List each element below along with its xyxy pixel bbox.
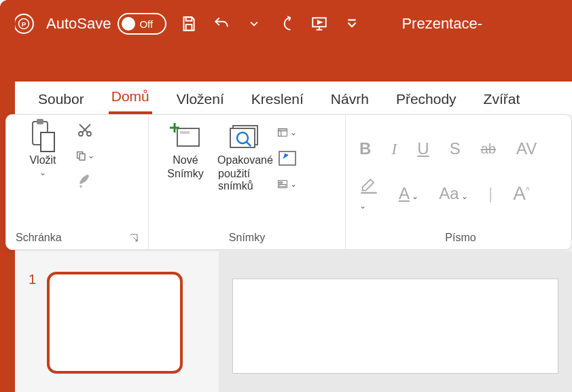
ribbon: Vložit ⌄ ⌄ Schránka Nové Snímky — [5, 114, 572, 250]
tab-home[interactable]: Domů — [109, 82, 152, 114]
highlight-button[interactable]: ⌄ — [359, 175, 378, 213]
section-icon[interactable]: ⌄ — [278, 175, 297, 194]
save-icon[interactable] — [179, 14, 199, 34]
svg-rect-3 — [186, 24, 192, 31]
layout-icon[interactable]: ⌄ — [278, 123, 297, 142]
qat-overflow-icon[interactable] — [342, 14, 362, 34]
svg-rect-20 — [279, 152, 296, 165]
svg-text:P: P — [22, 20, 26, 28]
increase-font-button[interactable]: A^ — [513, 183, 529, 204]
tab-insert[interactable]: Vložení — [174, 84, 227, 114]
paste-button[interactable]: Vložit ⌄ — [16, 120, 70, 177]
ribbon-tabs: Soubor Domů Vložení Kreslení Návrh Přech… — [15, 82, 572, 114]
autosave-toggle[interactable]: Off — [118, 13, 166, 35]
change-case-button[interactable]: Aa ⌄ — [439, 184, 468, 203]
tab-file[interactable]: Soubor — [35, 84, 87, 114]
group-label-clipboard: Schránka — [16, 232, 62, 244]
font-color-button[interactable]: A ⌄ — [399, 184, 418, 203]
underline-button[interactable]: U — [417, 139, 429, 158]
svg-rect-24 — [361, 192, 376, 194]
undo-dropdown-icon[interactable] — [244, 14, 264, 34]
svg-rect-13 — [180, 131, 190, 134]
tab-animations[interactable]: Zvířat — [481, 84, 523, 114]
undo-icon[interactable] — [211, 14, 232, 34]
svg-rect-6 — [37, 119, 43, 124]
svg-rect-7 — [41, 132, 54, 152]
autosave-label: AutoSave — [46, 15, 111, 33]
reuse-slides-icon — [229, 120, 262, 153]
document-title: Prezentace- — [401, 15, 482, 33]
svg-rect-22 — [279, 182, 282, 183]
svg-rect-12 — [177, 128, 199, 146]
autosave-state: Off — [139, 18, 153, 30]
slide-thumbnails: 1 — [15, 251, 219, 392]
reuse-slides-button[interactable]: Opakované použití snímků — [218, 120, 272, 192]
tab-design[interactable]: Návrh — [328, 84, 372, 114]
cut-icon[interactable] — [75, 120, 94, 139]
dialog-launcher-icon[interactable] — [129, 233, 139, 243]
svg-rect-18 — [279, 129, 287, 131]
svg-rect-19 — [279, 131, 281, 137]
group-label-font: Písmo — [445, 232, 476, 244]
current-slide[interactable] — [232, 279, 558, 374]
redo-icon[interactable] — [276, 14, 297, 34]
char-spacing-button[interactable]: AV — [516, 139, 537, 158]
svg-rect-2 — [186, 17, 192, 20]
shadow-button[interactable]: S — [450, 139, 461, 158]
reset-icon[interactable] — [278, 149, 297, 168]
slide-thumbnail-1[interactable] — [47, 272, 183, 374]
svg-rect-15 — [230, 128, 255, 147]
copy-icon[interactable]: ⌄ — [75, 146, 94, 165]
strike-button[interactable]: ab — [481, 141, 496, 157]
tab-draw[interactable]: Kreslení — [249, 84, 306, 114]
italic-button[interactable]: I — [391, 140, 397, 158]
new-slide-button[interactable]: Nové Snímky — [158, 120, 213, 180]
format-painter-icon[interactable] — [75, 172, 94, 191]
thumb-index: 1 — [29, 272, 36, 372]
svg-rect-11 — [79, 154, 85, 160]
tab-transitions[interactable]: Přechody — [393, 84, 459, 114]
clipboard-icon — [26, 120, 59, 153]
svg-rect-23 — [279, 185, 286, 187]
slideshow-icon[interactable] — [309, 14, 329, 34]
slide-canvas[interactable] — [219, 251, 572, 392]
new-slide-icon — [169, 120, 202, 153]
chevron-down-icon: ⌄ — [39, 168, 46, 177]
group-label-slides: Snímky — [229, 232, 265, 244]
bold-button[interactable]: B — [359, 139, 371, 158]
app-icon: P — [14, 14, 34, 34]
